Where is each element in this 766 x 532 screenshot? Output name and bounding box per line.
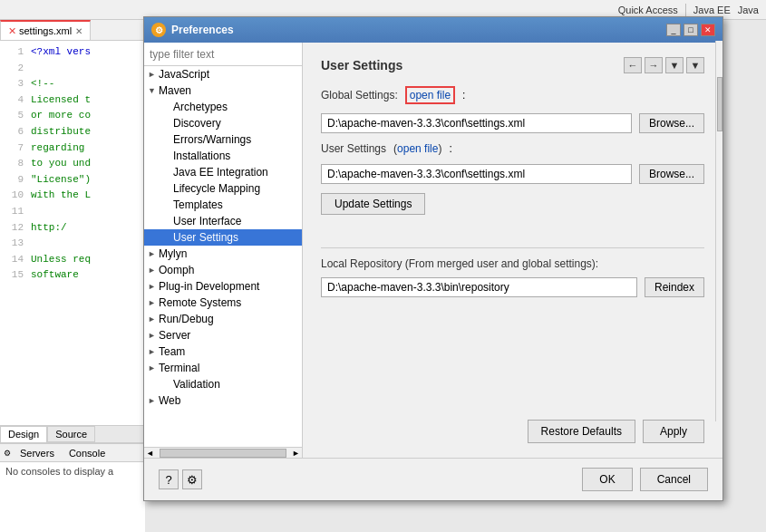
- content-panel: User Settings ← → ▼ ▼ Global Settings: o…: [303, 43, 722, 458]
- filter-input[interactable]: [144, 43, 302, 66]
- tree-scroll[interactable]: JavaScript Maven Archetypes Discovery: [144, 66, 302, 447]
- menu-button[interactable]: ▼: [686, 57, 704, 73]
- close-icon[interactable]: ✕: [75, 26, 82, 36]
- dialog-title: Preferences: [171, 24, 661, 36]
- design-tab[interactable]: Design: [0, 426, 47, 442]
- chevron-right-icon: [148, 396, 159, 405]
- tree-item-discovery[interactable]: Discovery: [144, 115, 302, 131]
- tree-panel: JavaScript Maven Archetypes Discovery: [144, 43, 303, 458]
- user-path-input[interactable]: [321, 164, 632, 184]
- editor-content: 1<?xml vers 2 3<!-- 4Licensed t 5or more…: [0, 41, 145, 287]
- dialog-body: JavaScript Maven Archetypes Discovery: [144, 43, 722, 458]
- tree-item-team[interactable]: Team: [144, 343, 302, 360]
- apply-restore-row: Restore Defaults Apply: [321, 409, 704, 443]
- tree-item-remote-systems[interactable]: Remote Systems: [144, 295, 302, 311]
- global-path-input[interactable]: [321, 113, 632, 133]
- tree-item-plugin-dev[interactable]: Plug-in Development: [144, 278, 302, 295]
- quick-access-label: Quick Access: [618, 5, 678, 15]
- tree-item-run-debug[interactable]: Run/Debug: [144, 311, 302, 327]
- apply-button[interactable]: Apply: [643, 420, 704, 443]
- java-ee-label: Java EE: [693, 5, 731, 15]
- tree-item-web[interactable]: Web: [144, 392, 302, 409]
- global-settings-label: Global Settings:: [321, 89, 398, 102]
- separator: [321, 247, 704, 248]
- chevron-right-icon: [148, 363, 159, 372]
- forward-button[interactable]: →: [645, 57, 663, 73]
- chevron-right-icon: [148, 282, 159, 291]
- close-button[interactable]: ✕: [701, 24, 715, 36]
- tree-item-oomph[interactable]: Oomph: [144, 262, 302, 278]
- user-settings-label-row: User Settings ( open file ) :: [321, 142, 704, 155]
- console-content: No consoles to display a: [0, 462, 145, 480]
- local-repo-path-input[interactable]: [321, 277, 637, 297]
- global-browse-button[interactable]: Browse...: [639, 113, 704, 133]
- tree-hscroll[interactable]: ◄ ►: [144, 447, 302, 458]
- tree-item-user-interface[interactable]: User Interface: [144, 213, 302, 229]
- global-open-file-link[interactable]: open file: [410, 89, 451, 102]
- servers-tab[interactable]: Servers: [15, 448, 60, 459]
- tree-item-mylyn[interactable]: Mylyn: [144, 246, 302, 262]
- chevron-right-icon: [148, 70, 159, 79]
- preferences-icon: ⚙: [151, 23, 166, 37]
- restore-defaults-button[interactable]: Restore Defaults: [528, 420, 635, 443]
- console-area: ⚙ Servers Console No consoles to display…: [0, 443, 145, 532]
- window-controls: _ □ ✕: [666, 24, 715, 36]
- user-browse-button[interactable]: Browse...: [639, 164, 704, 184]
- no-consoles-text: No consoles to display a: [5, 466, 113, 477]
- minimize-button[interactable]: _: [666, 24, 681, 36]
- content-title-label: User Settings: [321, 58, 402, 73]
- tree-item-terminal[interactable]: Terminal: [144, 360, 302, 376]
- tree-item-templates[interactable]: Templates: [144, 197, 302, 213]
- local-repo-label: Local Repository (From merged user and g…: [321, 257, 704, 270]
- editor-tab-label: settings.xml: [19, 25, 72, 36]
- console-tab[interactable]: Console: [63, 448, 111, 459]
- preferences-dialog: ⚙ Preferences _ □ ✕ JavaScript: [143, 16, 723, 501]
- chevron-right-icon: [148, 347, 159, 356]
- settings-icon-button[interactable]: ⚙: [182, 469, 202, 489]
- content-title-row: User Settings ← → ▼ ▼: [321, 57, 704, 73]
- user-open-file-link[interactable]: open file: [397, 142, 438, 155]
- reindex-button[interactable]: Reindex: [645, 277, 704, 297]
- chevron-down-icon: [148, 86, 159, 95]
- dropdown-button[interactable]: ▼: [665, 57, 684, 73]
- tree-item-errors-warnings[interactable]: Errors/Warnings: [144, 131, 302, 148]
- tree-item-java-ee[interactable]: Java EE Integration: [144, 164, 302, 180]
- global-path-row: Browse...: [321, 113, 704, 133]
- tree-item-user-settings[interactable]: User Settings: [144, 229, 302, 246]
- chevron-right-icon: [148, 298, 159, 307]
- ok-button[interactable]: OK: [582, 468, 632, 491]
- repo-row: Reindex: [321, 277, 704, 297]
- editor-area: ✕ settings.xml ✕ 1<?xml vers 2 3<!-- 4Li…: [0, 20, 145, 532]
- restore-button[interactable]: □: [684, 24, 698, 36]
- update-settings-button[interactable]: Update Settings: [321, 193, 425, 215]
- editor-tab[interactable]: ✕ settings.xml ✕: [0, 20, 91, 40]
- tree-item-validation[interactable]: Validation: [144, 376, 302, 392]
- back-button[interactable]: ←: [624, 57, 642, 73]
- help-icon-button[interactable]: ?: [159, 469, 179, 489]
- source-tab[interactable]: Source: [47, 426, 95, 442]
- chevron-right-icon: [148, 314, 159, 324]
- user-settings-label: User Settings: [321, 142, 386, 155]
- tree-item-archetypes[interactable]: Archetypes: [144, 99, 302, 115]
- chevron-right-icon: [148, 266, 159, 275]
- user-path-row: Browse...: [321, 164, 704, 184]
- nav-buttons: ← → ▼ ▼: [624, 57, 704, 73]
- java-label: Java: [738, 5, 759, 15]
- hscroll-thumb[interactable]: [160, 449, 286, 458]
- tree-item-server[interactable]: Server: [144, 327, 302, 343]
- global-settings-row: Global Settings: open file :: [321, 86, 704, 104]
- chevron-right-icon: [148, 331, 159, 340]
- tree-item-lifecycle[interactable]: Lifecycle Mapping: [144, 180, 302, 197]
- tree-item-maven[interactable]: Maven: [144, 82, 302, 99]
- dialog-titlebar: ⚙ Preferences _ □ ✕: [144, 17, 722, 43]
- tree-item-javascript[interactable]: JavaScript: [144, 66, 302, 82]
- footer-left: ? ⚙: [159, 468, 202, 491]
- cancel-button[interactable]: Cancel: [640, 468, 708, 491]
- dialog-footer: ? ⚙ OK Cancel: [144, 458, 722, 500]
- chevron-right-icon: [148, 249, 159, 258]
- tree-item-installations[interactable]: Installations: [144, 148, 302, 164]
